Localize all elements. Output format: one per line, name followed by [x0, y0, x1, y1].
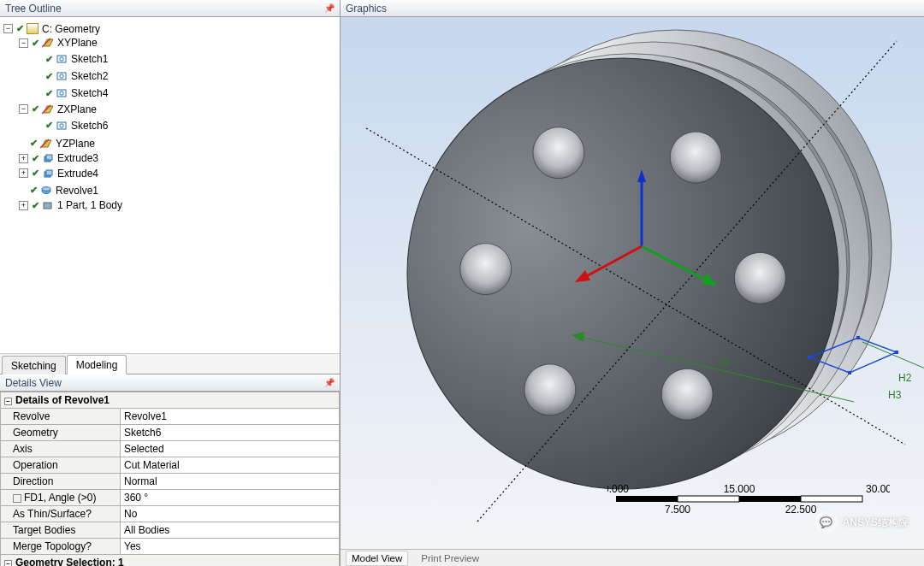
plane-icon: [42, 38, 54, 49]
svg-point-16: [42, 186, 50, 191]
detail-value[interactable]: Selected: [121, 441, 340, 457]
detail-value[interactable]: Cut Material: [121, 457, 340, 474]
dim-label-h3: H3: [888, 389, 902, 401]
svg-rect-45: [616, 496, 678, 502]
tab-model-view[interactable]: Model View: [346, 551, 408, 566]
tree-node-extrude3[interactable]: Extrude3: [57, 152, 98, 164]
pin-icon[interactable]: 📌: [324, 378, 335, 387]
svg-rect-17: [44, 203, 51, 209]
svg-rect-40: [808, 356, 811, 359]
tree-node-geometry[interactable]: C: Geometry: [42, 23, 100, 35]
model-render[interactable]: V4 H2 H3: [341, 17, 924, 549]
svg-point-6: [60, 91, 63, 95]
tab-print-preview[interactable]: Print Preview: [415, 551, 485, 566]
detail-row[interactable]: AxisSelected: [1, 441, 340, 457]
tree-node-sketch4[interactable]: Sketch4: [71, 87, 108, 99]
watermark: 💬 ANSYS结构院: [815, 511, 909, 534]
tree-node-sketch6[interactable]: Sketch6: [71, 120, 108, 132]
detail-key: Merge Topology?: [1, 539, 121, 555]
svg-rect-3: [57, 73, 66, 80]
svg-rect-46: [678, 496, 739, 502]
mode-tabs: Sketching Modeling: [0, 353, 340, 374]
graphics-title: Graphics: [346, 3, 387, 15]
tab-sketching[interactable]: Sketching: [2, 356, 66, 374]
svg-text:22.500: 22.500: [785, 504, 817, 515]
check-icon: ✔: [45, 54, 53, 65]
plane-icon: [40, 138, 52, 149]
detail-key: FD1, Angle (>0): [1, 490, 121, 506]
expander-icon[interactable]: −: [19, 104, 28, 114]
sketch-icon: [56, 88, 68, 99]
svg-point-9: [60, 123, 63, 127]
body-icon: [42, 200, 54, 211]
sketch-icon: [56, 54, 68, 65]
svg-text:15.000: 15.000: [724, 484, 755, 495]
check-icon: ✔: [32, 200, 39, 211]
detail-value[interactable]: No: [121, 506, 340, 522]
check-icon: ✔: [30, 185, 38, 196]
svg-rect-1: [57, 56, 66, 62]
detail-value[interactable]: 360 °: [121, 490, 340, 506]
detail-row[interactable]: OperationCut Material: [1, 457, 340, 474]
tab-modeling[interactable]: Modeling: [67, 355, 127, 374]
graphics-viewport[interactable]: V4 H2 H3: [341, 17, 924, 549]
tree-node-revolve1[interactable]: Revolve1: [56, 185, 98, 197]
plane-icon: [42, 103, 54, 115]
svg-rect-5: [57, 90, 66, 97]
wechat-icon: 💬: [815, 511, 838, 534]
tree-node-yzplane[interactable]: YZPlane: [56, 138, 95, 150]
detail-value[interactable]: Revolve1: [121, 409, 340, 425]
expander-icon[interactable]: +: [19, 201, 28, 210]
detail-key: Revolve: [1, 409, 121, 425]
detail-value[interactable]: Sketch6: [121, 425, 340, 441]
check-icon: ✔: [32, 153, 39, 164]
details-grid[interactable]: −Details of Revolve1 RevolveRevolve1Geom…: [0, 392, 340, 566]
detail-key: Axis: [1, 441, 121, 457]
details-title: Details View: [5, 377, 62, 389]
details-section-header[interactable]: −Geometry Selection: 1: [1, 555, 340, 567]
detail-key: Direction: [1, 474, 121, 490]
detail-row[interactable]: GeometrySketch6: [1, 425, 340, 441]
tree-outline-header: Tree Outline 📌: [0, 0, 340, 17]
tree-node-xyplane[interactable]: XYPlane: [57, 37, 98, 49]
svg-point-2: [60, 57, 63, 61]
detail-value[interactable]: Normal: [121, 474, 340, 490]
svg-rect-41: [856, 336, 860, 339]
detail-row[interactable]: RevolveRevolve1: [1, 409, 340, 425]
revolve-icon: [40, 185, 52, 196]
collapse-icon[interactable]: −: [4, 560, 12, 566]
details-section-header[interactable]: −Details of Revolve1: [1, 392, 340, 409]
detail-key: Target Bodies: [1, 522, 121, 539]
tree-node-zxplane[interactable]: ZXPlane: [57, 103, 97, 115]
svg-rect-8: [57, 122, 66, 129]
detail-row[interactable]: As Thin/Surface?No: [1, 506, 340, 522]
view-tabs: Model View Print Preview: [341, 549, 924, 566]
tree-node-sketch1[interactable]: Sketch1: [71, 53, 108, 65]
tree-node-parts[interactable]: 1 Part, 1 Body: [57, 199, 122, 211]
svg-line-44: [862, 342, 924, 374]
expander-icon[interactable]: +: [19, 154, 28, 163]
tree-node-extrude4[interactable]: Extrude4: [57, 168, 98, 180]
detail-value[interactable]: Yes: [121, 539, 340, 555]
check-icon: ✔: [45, 88, 53, 99]
expander-icon[interactable]: +: [19, 168, 28, 178]
expander-icon[interactable]: −: [3, 24, 13, 33]
tree-outline[interactable]: − ✔ C: Geometry − ✔ XYPlane: [0, 17, 340, 353]
details-header: Details View 📌: [0, 374, 340, 392]
checkbox-icon[interactable]: [13, 494, 21, 503]
pin-icon[interactable]: 📌: [324, 3, 335, 13]
detail-value[interactable]: All Bodies: [121, 522, 340, 539]
detail-row[interactable]: DirectionNormal: [1, 474, 340, 490]
tree-outline-title: Tree Outline: [5, 3, 62, 15]
detail-row[interactable]: Merge Topology?Yes: [1, 539, 340, 555]
detail-row[interactable]: Target BodiesAll Bodies: [1, 522, 340, 539]
detail-row[interactable]: FD1, Angle (>0)360 °: [1, 490, 340, 506]
extrude-icon: [42, 168, 54, 179]
detail-key: As Thin/Surface?: [1, 506, 121, 522]
tree-node-sketch2[interactable]: Sketch2: [71, 70, 108, 82]
svg-rect-42: [895, 351, 898, 354]
svg-text:7.500: 7.500: [665, 504, 690, 515]
expander-icon[interactable]: −: [19, 38, 28, 48]
svg-text:30.000 (mm): 30.000 (mm): [866, 484, 890, 495]
collapse-icon[interactable]: −: [4, 398, 12, 405]
